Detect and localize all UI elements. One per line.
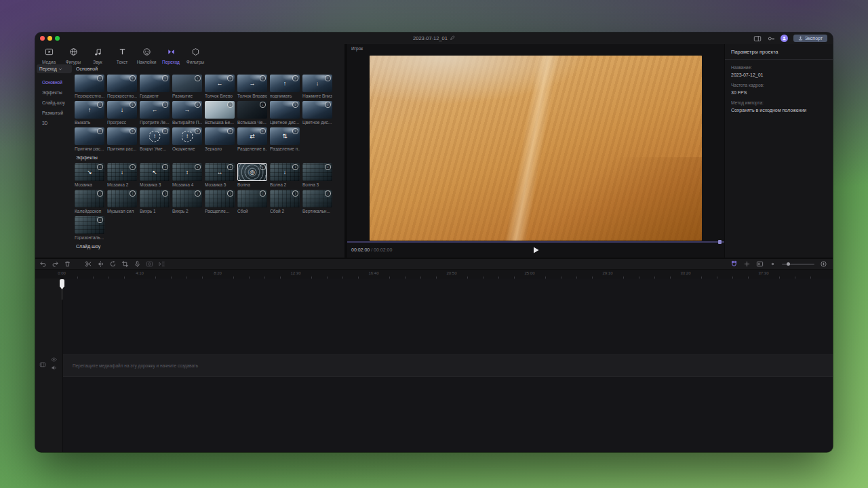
item-label: Калейдоскоп — [75, 209, 104, 214]
transition-item[interactable]: ↕↓Окружение — [172, 127, 202, 151]
transition-item[interactable]: ⇄↓Разделение в... — [237, 127, 267, 151]
transition-item[interactable]: ↑↓поднимать — [270, 75, 300, 98]
effect-item[interactable]: ↓Сбой 2 — [270, 190, 300, 214]
timeline-zoom-slider[interactable] — [782, 264, 814, 265]
effect-item[interactable]: ↓Горизонталь... — [75, 216, 104, 240]
key-icon[interactable] — [767, 35, 775, 43]
extract-audio-icon[interactable] — [158, 260, 165, 268]
transition-item[interactable]: ↓Притяни рас... — [107, 127, 137, 151]
transition-item[interactable]: ↓Зеркало — [205, 127, 235, 151]
transition-item[interactable]: ⇅↓Разделение п... — [270, 127, 300, 151]
split-icon[interactable] — [85, 260, 92, 268]
crop-icon[interactable] — [121, 260, 129, 268]
record-voice-icon[interactable] — [134, 260, 141, 268]
download-icon: ↓ — [162, 75, 168, 81]
preview-frame-icon[interactable] — [756, 260, 764, 268]
item-label: Разделение в... — [237, 146, 267, 151]
effect-item[interactable]: ↘↓Мозаика — [75, 163, 104, 187]
effect-item[interactable]: ◎↓Волна — [237, 163, 267, 187]
user-avatar[interactable] — [781, 35, 788, 42]
magnet-icon[interactable] — [730, 260, 738, 268]
timeline: 0:004:108:2012:3016:4020:5025:0029:1033:… — [35, 258, 833, 452]
export-button[interactable]: Экспорт — [793, 35, 827, 42]
toggle-visibility-icon[interactable] — [51, 357, 57, 363]
effect-item[interactable]: ↔↓Мозаика 5 — [205, 163, 235, 187]
effect-item[interactable]: ↓↓Волна 2 — [270, 163, 300, 187]
transition-item[interactable]: ←↓Протрите Ле... — [140, 101, 170, 125]
transition-item[interactable]: →↓Вытирайте П... — [172, 101, 202, 125]
play-button[interactable] — [532, 246, 540, 254]
transition-item[interactable]: ↓Цветное дис... — [302, 101, 332, 125]
effect-item[interactable]: ↖↓Мозаика 3 — [140, 163, 170, 187]
sidebar-item-Эффекты[interactable]: Эффекты — [35, 87, 73, 98]
layout-panels-icon[interactable] — [753, 35, 762, 43]
transition-item[interactable]: ↓Цветное дис... — [270, 101, 300, 125]
transition-item[interactable]: ↓Притяни рас... — [75, 127, 104, 151]
ruler-label: 12:30 — [290, 271, 300, 275]
effect-item[interactable]: ↓Музыкал сил — [107, 190, 137, 214]
ruler-label: 16:40 — [368, 271, 378, 275]
transition-item[interactable]: ↓↓Прогресс — [107, 101, 137, 125]
project-settings-title: Параметры проекта — [725, 44, 833, 60]
effect-item[interactable]: ↓Сбой — [237, 190, 267, 214]
sidebar-item-3D[interactable]: 3D — [35, 118, 73, 128]
effect-item[interactable]: ↓Калейдоскоп — [75, 190, 104, 214]
item-label: Сбой 2 — [270, 209, 300, 214]
mute-track-icon[interactable] — [51, 365, 57, 371]
delete-icon[interactable] — [64, 260, 71, 268]
download-icon: ↓ — [260, 75, 266, 81]
effect-item[interactable]: ↓Вихрь 1 — [140, 190, 170, 214]
item-label: Сбой — [237, 209, 267, 214]
seek-bar[interactable] — [347, 241, 724, 243]
transition-item[interactable]: ↓↓Нажмите Вниз — [302, 75, 332, 98]
effect-item[interactable]: ↕↓Мозаика 4 — [172, 163, 202, 187]
field-value: 30 FPS — [731, 90, 827, 95]
timeline-ruler[interactable]: 0:004:108:2012:3016:4020:5025:0029:1033:… — [35, 270, 833, 279]
sidebar-item-Размытый[interactable]: Размытый — [35, 108, 73, 118]
video-preview[interactable] — [370, 56, 702, 241]
desktop-wallpaper: 2023-07-12_01 Экспорт МедиаФигурыЗвукТек… — [0, 0, 868, 488]
item-label: Зеркало — [205, 146, 235, 151]
zoom-out-icon[interactable] — [769, 260, 776, 268]
redo-icon[interactable] — [52, 260, 59, 268]
mask-icon[interactable] — [146, 260, 153, 268]
download-icon: ↓ — [195, 128, 201, 134]
transition-item[interactable]: ↓Градиент — [140, 75, 170, 98]
main-track[interactable]: Перетащите медиафайл на эту дорожку и на… — [63, 354, 833, 377]
auto-attach-icon[interactable] — [743, 260, 751, 268]
rotate-icon[interactable] — [109, 260, 117, 268]
field-label: Метод импорта: — [731, 100, 827, 105]
effect-item[interactable]: ↓Расщепле... — [205, 190, 235, 214]
mirror-icon[interactable] — [97, 260, 104, 268]
zoom-slider-knob[interactable] — [787, 262, 790, 266]
transition-item[interactable]: ↓Перекрестно... — [75, 75, 104, 98]
effect-item[interactable]: ↓Волна 3 — [302, 163, 332, 187]
sidebar-header[interactable]: Переход — [37, 64, 72, 73]
transition-item[interactable]: →↓Толчок Вправо — [237, 75, 267, 98]
item-label: Толчок Вправо — [237, 94, 267, 98]
transition-item[interactable]: ↕↓Вокруг Уме... — [140, 127, 170, 151]
effect-item[interactable]: ↓Вихрь 2 — [172, 190, 202, 214]
item-label: Музыкал сил — [107, 209, 137, 214]
transition-item[interactable]: ←↓Толчок Влево — [205, 75, 235, 98]
music-icon — [94, 47, 102, 59]
sidebar-item-Основной[interactable]: Основной — [35, 77, 73, 87]
undo-icon[interactable] — [39, 260, 47, 268]
chevron-down-icon — [58, 67, 62, 71]
item-label: Выжать — [75, 120, 104, 125]
edit-title-icon[interactable] — [450, 35, 455, 41]
effect-item[interactable]: ↓↓Мозаика 2 — [107, 163, 137, 187]
transition-item[interactable]: ↑↓Выжать — [75, 101, 104, 125]
field-value: Сохранять в исходном положении — [731, 108, 827, 113]
download-icon: ↓ — [227, 75, 233, 81]
zoom-in-icon[interactable] — [820, 260, 827, 268]
download-icon: ↓ — [227, 128, 233, 134]
transition-item[interactable]: ↓Перекрестно... — [107, 75, 137, 98]
effect-item[interactable]: ↓Вертикальн... — [302, 190, 332, 214]
sidebar-item-Слайд-шоу[interactable]: Слайд-шоу — [35, 98, 73, 108]
transition-item[interactable]: ↓Вспышка Че... — [237, 101, 267, 125]
transition-item[interactable]: ↓Вспышка Бе... — [205, 101, 235, 125]
transition-item[interactable]: ↓Размытие — [172, 75, 202, 98]
download-icon: ↓ — [227, 164, 233, 170]
time-display: 00:02:00 / 00:02:00 — [351, 247, 392, 252]
